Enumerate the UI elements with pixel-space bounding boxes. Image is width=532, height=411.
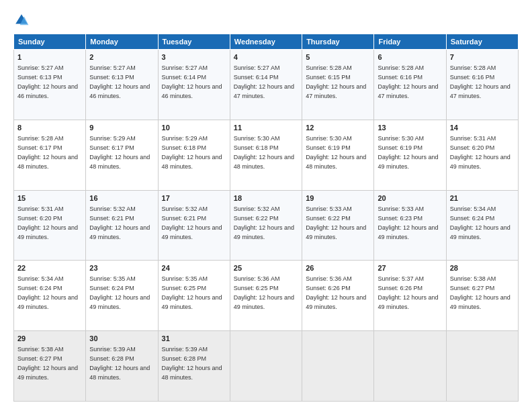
day-info: Sunrise: 5:35 AMSunset: 6:25 PMDaylight:… <box>162 275 222 310</box>
calendar-day-cell: 2Sunrise: 5:27 AMSunset: 6:13 PMDaylight… <box>86 50 158 120</box>
day-number: 11 <box>234 123 298 134</box>
day-number: 28 <box>450 263 515 274</box>
day-info: Sunrise: 5:34 AMSunset: 6:24 PMDaylight:… <box>17 275 78 310</box>
day-info: Sunrise: 5:38 AMSunset: 6:27 PMDaylight:… <box>17 346 78 381</box>
day-info: Sunrise: 5:27 AMSunset: 6:13 PMDaylight:… <box>17 64 78 99</box>
day-number: 22 <box>17 263 82 274</box>
day-info: Sunrise: 5:34 AMSunset: 6:24 PMDaylight:… <box>450 205 511 240</box>
day-number: 14 <box>450 123 515 134</box>
day-info: Sunrise: 5:27 AMSunset: 6:14 PMDaylight:… <box>234 64 294 99</box>
calendar-day-cell: 16Sunrise: 5:32 AMSunset: 6:21 PMDayligh… <box>86 190 158 261</box>
calendar-day-cell: 10Sunrise: 5:29 AMSunset: 6:18 PMDayligh… <box>158 120 230 190</box>
day-info: Sunrise: 5:39 AMSunset: 6:28 PMDaylight:… <box>162 346 222 381</box>
logo <box>13 12 32 28</box>
day-info: Sunrise: 5:35 AMSunset: 6:24 PMDaylight:… <box>89 275 150 310</box>
calendar-day-cell: 17Sunrise: 5:32 AMSunset: 6:21 PMDayligh… <box>158 190 230 261</box>
day-number: 4 <box>234 52 298 63</box>
calendar-week-row: 15Sunrise: 5:31 AMSunset: 6:20 PMDayligh… <box>14 190 519 261</box>
page: SundayMondayTuesdayWednesdayThursdayFrid… <box>0 0 532 411</box>
day-number: 2 <box>89 52 154 63</box>
calendar-day-cell: 12Sunrise: 5:30 AMSunset: 6:19 PMDayligh… <box>302 120 374 190</box>
day-number: 9 <box>89 123 154 134</box>
day-number: 13 <box>378 123 442 134</box>
calendar-day-cell: 18Sunrise: 5:32 AMSunset: 6:22 PMDayligh… <box>230 190 302 261</box>
day-number: 19 <box>306 193 370 204</box>
calendar-day-cell <box>230 331 302 402</box>
day-number: 24 <box>162 263 226 274</box>
day-number: 30 <box>89 334 154 345</box>
calendar-day-cell <box>446 331 518 402</box>
calendar-day-header: Sunday <box>14 34 86 50</box>
day-info: Sunrise: 5:28 AMSunset: 6:15 PMDaylight:… <box>306 64 366 99</box>
calendar-week-row: 29Sunrise: 5:38 AMSunset: 6:27 PMDayligh… <box>14 331 519 402</box>
day-info: Sunrise: 5:32 AMSunset: 6:21 PMDaylight:… <box>89 205 150 240</box>
calendar-day-cell: 1Sunrise: 5:27 AMSunset: 6:13 PMDaylight… <box>14 50 86 120</box>
day-number: 29 <box>17 334 82 345</box>
calendar-day-cell <box>302 331 374 402</box>
calendar-day-cell: 3Sunrise: 5:27 AMSunset: 6:14 PMDaylight… <box>158 50 230 120</box>
calendar-day-header: Monday <box>86 34 158 50</box>
day-info: Sunrise: 5:29 AMSunset: 6:18 PMDaylight:… <box>162 135 222 170</box>
calendar-day-cell: 27Sunrise: 5:37 AMSunset: 6:26 PMDayligh… <box>374 261 446 331</box>
day-number: 3 <box>162 52 226 63</box>
calendar-week-row: 1Sunrise: 5:27 AMSunset: 6:13 PMDaylight… <box>14 50 519 120</box>
calendar-day-header: Tuesday <box>158 34 230 50</box>
day-info: Sunrise: 5:27 AMSunset: 6:14 PMDaylight:… <box>162 64 222 99</box>
day-info: Sunrise: 5:30 AMSunset: 6:18 PMDaylight:… <box>234 135 294 170</box>
calendar-day-cell: 14Sunrise: 5:31 AMSunset: 6:20 PMDayligh… <box>446 120 518 190</box>
day-info: Sunrise: 5:36 AMSunset: 6:25 PMDaylight:… <box>234 275 294 310</box>
day-info: Sunrise: 5:37 AMSunset: 6:26 PMDaylight:… <box>378 275 438 310</box>
day-number: 12 <box>306 123 370 134</box>
calendar-day-cell: 9Sunrise: 5:29 AMSunset: 6:17 PMDaylight… <box>86 120 158 190</box>
calendar-day-cell: 4Sunrise: 5:27 AMSunset: 6:14 PMDaylight… <box>230 50 302 120</box>
day-number: 5 <box>306 52 370 63</box>
calendar-table: SundayMondayTuesdayWednesdayThursdayFrid… <box>13 34 519 402</box>
calendar-day-header: Saturday <box>446 34 518 50</box>
day-info: Sunrise: 5:33 AMSunset: 6:22 PMDaylight:… <box>306 205 366 240</box>
header <box>13 12 519 28</box>
day-number: 15 <box>17 193 82 204</box>
calendar-day-cell: 19Sunrise: 5:33 AMSunset: 6:22 PMDayligh… <box>302 190 374 261</box>
day-number: 27 <box>378 263 442 274</box>
day-number: 18 <box>234 193 298 204</box>
calendar-day-cell: 13Sunrise: 5:30 AMSunset: 6:19 PMDayligh… <box>374 120 446 190</box>
calendar-day-cell: 21Sunrise: 5:34 AMSunset: 6:24 PMDayligh… <box>446 190 518 261</box>
calendar-day-cell: 8Sunrise: 5:28 AMSunset: 6:17 PMDaylight… <box>14 120 86 190</box>
logo-icon <box>13 12 30 28</box>
day-number: 25 <box>234 263 298 274</box>
calendar-week-row: 8Sunrise: 5:28 AMSunset: 6:17 PMDaylight… <box>14 120 519 190</box>
calendar-day-cell: 5Sunrise: 5:28 AMSunset: 6:15 PMDaylight… <box>302 50 374 120</box>
day-number: 10 <box>162 123 226 134</box>
calendar-day-cell: 11Sunrise: 5:30 AMSunset: 6:18 PMDayligh… <box>230 120 302 190</box>
day-info: Sunrise: 5:39 AMSunset: 6:28 PMDaylight:… <box>89 346 150 381</box>
day-number: 1 <box>17 52 82 63</box>
calendar-day-header: Friday <box>374 34 446 50</box>
day-info: Sunrise: 5:29 AMSunset: 6:17 PMDaylight:… <box>89 135 150 170</box>
calendar-day-cell: 22Sunrise: 5:34 AMSunset: 6:24 PMDayligh… <box>14 261 86 331</box>
day-number: 7 <box>450 52 515 63</box>
day-info: Sunrise: 5:30 AMSunset: 6:19 PMDaylight:… <box>378 135 438 170</box>
calendar-day-cell: 26Sunrise: 5:36 AMSunset: 6:26 PMDayligh… <box>302 261 374 331</box>
day-info: Sunrise: 5:28 AMSunset: 6:16 PMDaylight:… <box>378 64 438 99</box>
day-info: Sunrise: 5:31 AMSunset: 6:20 PMDaylight:… <box>450 135 511 170</box>
day-number: 6 <box>378 52 442 63</box>
calendar-day-header: Thursday <box>302 34 374 50</box>
calendar-day-cell <box>374 331 446 402</box>
day-info: Sunrise: 5:33 AMSunset: 6:23 PMDaylight:… <box>378 205 438 240</box>
day-number: 23 <box>89 263 154 274</box>
calendar-day-cell: 24Sunrise: 5:35 AMSunset: 6:25 PMDayligh… <box>158 261 230 331</box>
day-number: 8 <box>17 123 82 134</box>
day-number: 31 <box>162 334 226 345</box>
calendar-day-cell: 25Sunrise: 5:36 AMSunset: 6:25 PMDayligh… <box>230 261 302 331</box>
calendar-day-cell: 29Sunrise: 5:38 AMSunset: 6:27 PMDayligh… <box>14 331 86 402</box>
day-info: Sunrise: 5:36 AMSunset: 6:26 PMDaylight:… <box>306 275 366 310</box>
day-info: Sunrise: 5:28 AMSunset: 6:17 PMDaylight:… <box>17 135 78 170</box>
day-info: Sunrise: 5:27 AMSunset: 6:13 PMDaylight:… <box>89 64 150 99</box>
day-info: Sunrise: 5:32 AMSunset: 6:22 PMDaylight:… <box>234 205 294 240</box>
day-info: Sunrise: 5:30 AMSunset: 6:19 PMDaylight:… <box>306 135 366 170</box>
calendar-header-row: SundayMondayTuesdayWednesdayThursdayFrid… <box>14 34 519 50</box>
day-info: Sunrise: 5:31 AMSunset: 6:20 PMDaylight:… <box>17 205 78 240</box>
day-info: Sunrise: 5:28 AMSunset: 6:16 PMDaylight:… <box>450 64 511 99</box>
calendar-day-cell: 7Sunrise: 5:28 AMSunset: 6:16 PMDaylight… <box>446 50 518 120</box>
calendar-week-row: 22Sunrise: 5:34 AMSunset: 6:24 PMDayligh… <box>14 261 519 331</box>
